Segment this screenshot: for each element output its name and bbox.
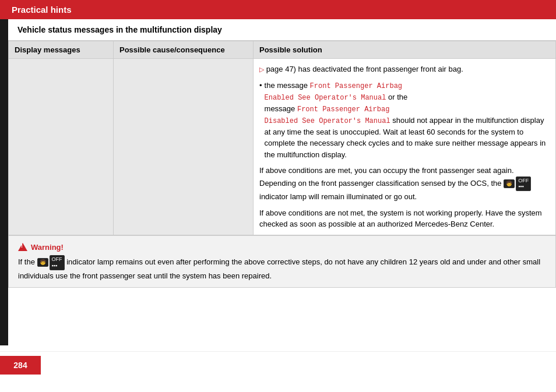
- left-accent: [0, 19, 8, 345]
- cell-cause: [114, 59, 254, 235]
- warning-child-icon-2: OFF▪▪▪: [50, 255, 65, 270]
- warning-text-after: indicator lamp remains out even after pe…: [18, 257, 540, 280]
- solution-para-2: If above conditions are met, you can occ…: [259, 165, 550, 203]
- col-header-cause: Possible cause/consequence: [114, 41, 254, 59]
- warning-box: Warning! If the 🧒 OFF▪▪▪ indicator lamp …: [8, 235, 556, 288]
- table-header-row: Display messages Possible cause/conseque…: [9, 41, 556, 59]
- solution-para-3: If above conditions are not met, the sys…: [259, 207, 550, 230]
- bullet-intro-text: the message: [265, 81, 310, 90]
- solution-para-1: ▷ page 47) has deactivated the front pas…: [259, 63, 550, 75]
- warning-text-before: If the: [18, 257, 35, 266]
- main-content: Vehicle status messages in the multifunc…: [8, 19, 556, 345]
- top-header: Practical hints: [0, 0, 556, 19]
- child-icon-1: 🧒: [504, 179, 515, 188]
- para2-text-after: indicator lamp will remain illuminated o…: [259, 192, 417, 201]
- solution-bullet-1: • the message Front Passenger AirbagEnab…: [259, 80, 550, 161]
- child-icon-2: OFF▪▪▪: [516, 176, 531, 192]
- col-header-solution: Possible solution: [254, 41, 556, 59]
- data-table: Display messages Possible cause/conseque…: [8, 41, 556, 235]
- solution-text-1: page 47) has deactivated the front passe…: [266, 65, 463, 73]
- warning-body: If the 🧒 OFF▪▪▪ indicator lamp remains o…: [18, 255, 546, 281]
- section-title: Vehicle status messages in the multifunc…: [8, 19, 556, 41]
- page-title: Practical hints: [12, 5, 72, 15]
- warning-ocs-icon: 🧒 OFF▪▪▪: [37, 255, 65, 270]
- warning-triangle-icon: [18, 243, 27, 251]
- para2-text-before: If above conditions are met, you can occ…: [259, 166, 514, 188]
- table-row: ▷ page 47) has deactivated the front pas…: [9, 59, 556, 235]
- arrow-icon: ▷: [259, 66, 264, 73]
- page-bottom: 284: [0, 351, 556, 375]
- ocs-icon: 🧒 OFF▪▪▪: [504, 176, 531, 192]
- content-area: Vehicle status messages in the multifunc…: [0, 19, 556, 345]
- cell-display: [9, 59, 114, 235]
- warning-label: Warning!: [31, 242, 64, 253]
- col-header-display: Display messages: [9, 41, 114, 59]
- bullet-dot: •: [259, 80, 262, 161]
- bullet-content: the message Front Passenger AirbagEnable…: [265, 80, 550, 161]
- cell-solution: ▷ page 47) has deactivated the front pas…: [254, 59, 556, 235]
- page-number: 284: [0, 356, 41, 375]
- warning-child-icon-1: 🧒: [37, 258, 48, 267]
- warning-title: Warning!: [18, 242, 546, 253]
